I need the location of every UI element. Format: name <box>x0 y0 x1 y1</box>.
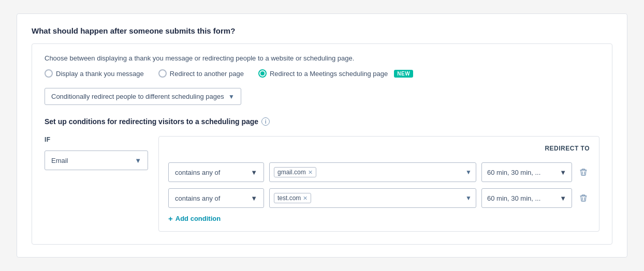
redirect-value-2: 60 min, 30 min, ... <box>487 194 540 202</box>
conditions-title-row: Set up conditions for redirecting visito… <box>45 117 599 126</box>
cond-arrow-icon-2: ▼ <box>251 194 257 202</box>
radio-redirect-page[interactable]: Redirect to another page <box>158 69 244 78</box>
cond-arrow-icon-1: ▼ <box>251 169 257 176</box>
sub-label: Choose between displaying a thank you me… <box>45 54 599 62</box>
conditions-right-panel: REDIRECT TO contains any of ▼ gmail.com … <box>158 136 599 232</box>
scheduling-pages-dropdown[interactable]: Conditionally redirect people to differe… <box>45 88 241 105</box>
tag-test-text: test.com <box>277 194 301 202</box>
redirect-value-1: 60 min, 30 min, ... <box>487 169 540 176</box>
radio-group: Display a thank you message Redirect to … <box>45 69 599 78</box>
redirect-arrow-icon-2: ▼ <box>560 194 566 202</box>
dropdown-arrow-icon: ▼ <box>228 93 235 100</box>
tag-input-1[interactable]: gmail.com ✕ ▼ <box>269 162 476 182</box>
redirect-to-label: REDIRECT TO <box>545 145 590 152</box>
radio-label-meetings: Redirect to a Meetings scheduling page <box>270 70 388 78</box>
radio-label-redirect-page: Redirect to another page <box>170 70 244 78</box>
radio-circle-redirect-page <box>158 69 167 78</box>
tag-gmail: gmail.com ✕ <box>274 167 316 177</box>
conditions-header: REDIRECT TO <box>168 145 590 157</box>
scheduling-dropdown-label: Conditionally redirect people to differe… <box>51 93 224 100</box>
tag-input-2[interactable]: test.com ✕ ▼ <box>269 188 476 208</box>
condition-row-2: contains any of ▼ test.com ✕ ▼ 60 min, 3… <box>168 188 590 208</box>
tag-input-arrow-icon-2: ▼ <box>465 194 472 202</box>
radio-circle-display <box>45 69 53 78</box>
radio-redirect-meetings[interactable]: Redirect to a Meetings scheduling page N… <box>258 69 413 78</box>
condition-operator-label-2: contains any of <box>175 194 220 202</box>
delete-row-2-button[interactable] <box>577 192 590 204</box>
conditions-layout: IF Email ▼ REDIRECT TO contains any of ▼ <box>45 136 599 232</box>
add-condition-label: Add condition <box>175 215 221 222</box>
tag-gmail-remove-icon[interactable]: ✕ <box>308 169 313 176</box>
if-email-value: Email <box>51 157 68 164</box>
redirect-select-1[interactable]: 60 min, 30 min, ... ▼ <box>481 162 572 182</box>
main-card: What should happen after someone submits… <box>17 13 627 258</box>
condition-operator-dropdown-1[interactable]: contains any of ▼ <box>168 162 264 182</box>
if-email-dropdown[interactable]: Email ▼ <box>45 150 148 170</box>
radio-display-thank-you[interactable]: Display a thank you message <box>45 69 144 78</box>
radio-circle-meetings <box>258 69 267 78</box>
add-plus-icon: + <box>168 214 173 223</box>
redirect-arrow-icon-1: ▼ <box>560 169 566 176</box>
if-column: IF Email ▼ <box>45 136 148 170</box>
new-badge: NEW <box>394 70 413 78</box>
condition-row-1: contains any of ▼ gmail.com ✕ ▼ 60 min, … <box>168 162 590 182</box>
if-label: IF <box>45 136 148 143</box>
tag-test: test.com ✕ <box>274 193 311 203</box>
condition-operator-dropdown-2[interactable]: contains any of ▼ <box>168 188 264 208</box>
delete-row-1-button[interactable] <box>577 166 590 178</box>
radio-label-display: Display a thank you message <box>56 70 144 78</box>
tag-input-arrow-icon-1: ▼ <box>465 169 472 176</box>
inner-card: Choose between displaying a thank you me… <box>32 43 612 245</box>
section-title: What should happen after someone submits… <box>32 26 612 35</box>
if-dropdown-arrow-icon: ▼ <box>135 157 141 164</box>
redirect-select-2[interactable]: 60 min, 30 min, ... ▼ <box>481 188 572 208</box>
add-condition-button[interactable]: + Add condition <box>168 214 590 223</box>
tag-gmail-text: gmail.com <box>277 169 306 176</box>
tag-test-remove-icon[interactable]: ✕ <box>303 195 308 202</box>
info-icon[interactable]: i <box>261 117 270 126</box>
conditions-title-text: Set up conditions for redirecting visito… <box>45 117 258 126</box>
condition-operator-label-1: contains any of <box>175 169 220 176</box>
